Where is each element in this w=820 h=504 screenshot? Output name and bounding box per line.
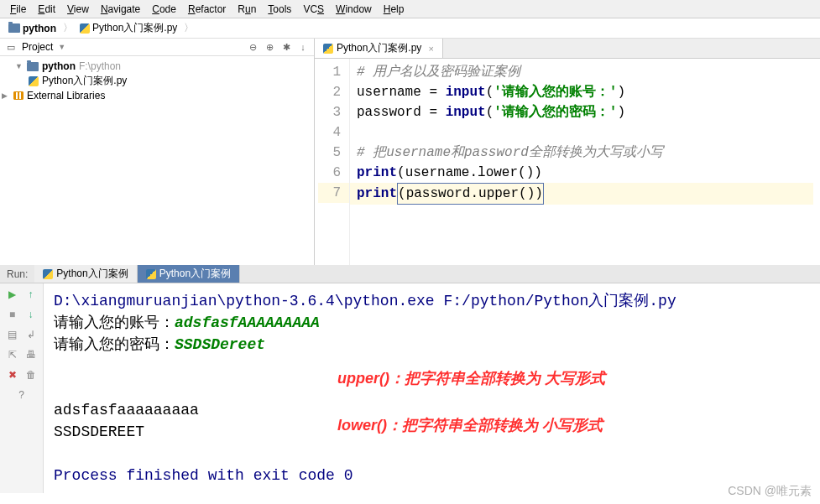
tree-file[interactable]: Python入门案例.py: [2, 73, 312, 89]
comment-text: # 把username和password全部转换为大写或小写: [357, 145, 663, 160]
menu-help[interactable]: Help: [379, 2, 410, 17]
code-line[interactable]: # 用户名以及密码验证案例: [357, 62, 813, 82]
stop-icon[interactable]: ■: [5, 307, 20, 322]
chevron-down-icon[interactable]: ▼: [58, 43, 65, 51]
console-command: D:\xiangmuruanjian\python-3.6.4\python.e…: [54, 290, 810, 312]
gear-icon[interactable]: ✱: [280, 41, 292, 53]
run-down-icon[interactable]: ↓: [24, 307, 39, 322]
annotation-upper: upper()：把字符串全部转换为 大写形式: [337, 367, 605, 389]
close-icon[interactable]: ×: [428, 44, 433, 54]
menu-view[interactable]: View: [62, 2, 94, 17]
line-number: 4: [318, 122, 341, 143]
identifier: username: [357, 85, 421, 100]
code-editor[interactable]: 1 2 3 4 5 6 7 # 用户名以及密码验证案例 username = i…: [315, 59, 820, 265]
breadcrumb-separator: 〉: [63, 21, 73, 35]
comment-text: # 用户名以及密码验证案例: [357, 65, 520, 80]
builtin: print: [357, 186, 397, 201]
project-header: ▭ Project ▼ ⊖ ⊕ ✱ ↓: [0, 39, 314, 56]
print-icon[interactable]: 🖶: [24, 347, 39, 362]
python-icon: [146, 269, 156, 279]
run-up-icon[interactable]: ↑: [24, 287, 39, 302]
project-tree: ▼ python F:\python Python入门案例.py ▶ Exter…: [0, 56, 314, 106]
python-icon: [323, 44, 333, 54]
breadcrumb: python 〉 Python入门案例.py 〉: [0, 18, 820, 39]
run-tab-active[interactable]: Python入门案例: [138, 265, 240, 283]
main-area: ▭ Project ▼ ⊖ ⊕ ✱ ↓ ▼ python F:\python P…: [0, 39, 820, 265]
code-line[interactable]: username = input('请输入您的账号：'): [357, 82, 813, 102]
breadcrumb-root[interactable]: python: [5, 22, 60, 35]
menu-code[interactable]: Code: [147, 2, 181, 17]
code-line[interactable]: # 把username和password全部转换为大写或小写: [357, 143, 813, 163]
tree-external-label: External Libraries: [27, 90, 105, 101]
run-tab-label: Python入门案例: [56, 267, 128, 281]
breadcrumb-file-label: Python入门案例.py: [92, 21, 177, 35]
expand-arrow-icon[interactable]: ▶: [2, 91, 10, 100]
run-panel: Run: Python入门案例 Python入门案例 ▶ ↑ ■ ↓ ▤ ↲ ⇱…: [0, 265, 820, 493]
python-icon: [80, 23, 90, 34]
code-line[interactable]: [357, 122, 813, 143]
library-icon: [13, 91, 24, 100]
expression: password.upper(): [406, 186, 535, 201]
folder-icon: [8, 23, 20, 33]
annotation-lower: lower()：把字符串全部转换为 小写形式: [337, 414, 603, 436]
console-output[interactable]: D:\xiangmuruanjian\python-3.6.4\python.e…: [44, 283, 820, 493]
console-exit: Process finished with exit code 0: [54, 465, 810, 486]
export-icon[interactable]: ⇱: [5, 347, 20, 362]
menu-refactor[interactable]: Refactor: [183, 2, 231, 17]
editor-panel: Python入门案例.py × 1 2 3 4 5 6 7 # 用户名以及密码验…: [315, 39, 820, 265]
line-number: 5: [318, 143, 341, 163]
tree-root-label: python: [42, 60, 76, 72]
help-icon[interactable]: ?: [14, 387, 29, 403]
menu-vcs[interactable]: VCS: [298, 2, 329, 17]
breadcrumb-file[interactable]: Python入门案例.py: [76, 20, 180, 36]
menu-window[interactable]: Window: [331, 2, 377, 17]
close-run-icon[interactable]: ✖: [5, 367, 20, 382]
collapse-icon[interactable]: ⊖: [247, 41, 259, 53]
menu-tools[interactable]: Tools: [263, 2, 296, 17]
code-body[interactable]: # 用户名以及密码验证案例 username = input('请输入您的账号：…: [350, 59, 820, 265]
line-number: 6: [318, 163, 341, 183]
code-line[interactable]: print(username.lower()): [357, 163, 813, 183]
trash-icon[interactable]: 🗑: [24, 367, 39, 382]
code-line-current[interactable]: print(password.upper()): [350, 183, 813, 205]
hide-icon[interactable]: ↓: [297, 41, 309, 53]
layout-icon[interactable]: ▤: [5, 327, 20, 342]
menu-run[interactable]: Run: [232, 2, 261, 17]
tree-root[interactable]: ▼ python F:\python: [2, 60, 312, 73]
run-tab[interactable]: Python入门案例: [34, 265, 137, 283]
breadcrumb-separator: 〉: [184, 21, 194, 35]
expand-arrow-icon[interactable]: ▼: [15, 62, 24, 70]
run-tabs: Run: Python入门案例 Python入门案例: [0, 265, 820, 283]
run-label: Run:: [0, 267, 34, 282]
menu-bar: FFileile Edit View Navigate Code Refacto…: [0, 0, 820, 18]
editor-tabs: Python入门案例.py ×: [315, 39, 820, 59]
string: '请输入您的账号：': [494, 85, 617, 100]
rerun-icon[interactable]: ▶: [5, 287, 20, 302]
project-view-icon[interactable]: ▭: [5, 41, 17, 53]
target-icon[interactable]: ⊕: [264, 41, 275, 53]
line-number: 7: [318, 183, 349, 203]
builtin: input: [446, 105, 486, 120]
editor-tab[interactable]: Python入门案例.py ×: [315, 39, 443, 58]
builtin: print: [357, 165, 397, 180]
wrap-icon[interactable]: ↲: [24, 327, 39, 342]
operator: =: [421, 85, 446, 100]
project-title: Project: [22, 41, 53, 53]
menu-edit[interactable]: Edit: [33, 2, 60, 17]
menu-navigate[interactable]: Navigate: [96, 2, 145, 17]
tree-external[interactable]: ▶ External Libraries: [2, 89, 312, 102]
line-number: 3: [318, 102, 341, 122]
console-input: adsfasfAAAAAAAAA: [175, 314, 320, 331]
code-line[interactable]: password = input('请输入您的密码：'): [357, 102, 813, 122]
console-prompt: 请输入您的账号：: [54, 314, 175, 331]
watermark: CSDN @唯元素: [728, 484, 812, 499]
menu-file[interactable]: FFileile: [5, 2, 31, 17]
operator: =: [421, 105, 446, 120]
line-number: 2: [318, 82, 341, 102]
python-icon: [29, 76, 39, 86]
tree-root-path: F:\python: [79, 60, 121, 72]
folder-icon: [27, 62, 39, 71]
run-body: ▶ ↑ ■ ↓ ▤ ↲ ⇱ 🖶 ✖ 🗑 ? D:\xiangmuruanjian…: [0, 283, 820, 493]
project-panel: ▭ Project ▼ ⊖ ⊕ ✱ ↓ ▼ python F:\python P…: [0, 39, 315, 265]
editor-tab-label: Python入门案例.py: [337, 41, 421, 55]
